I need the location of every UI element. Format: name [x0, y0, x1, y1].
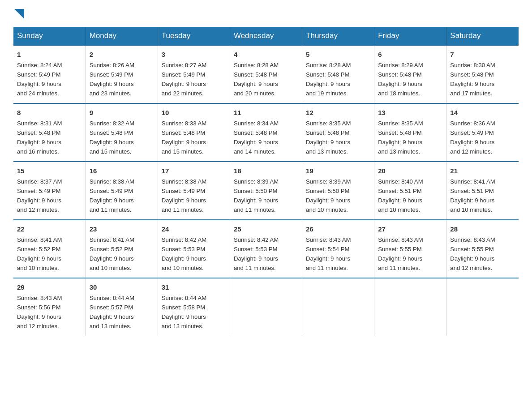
calendar-day-cell: 7 Sunrise: 8:30 AM Sunset: 5:48 PM Dayli…	[446, 45, 519, 103]
calendar-week-row: 1 Sunrise: 8:24 AM Sunset: 5:49 PM Dayli…	[13, 45, 519, 103]
day-sunset: Sunset: 5:55 PM	[450, 246, 494, 253]
day-daylight: Daylight: 9 hoursand 23 minutes.	[90, 81, 134, 97]
calendar-day-cell: 22 Sunrise: 8:41 AM Sunset: 5:52 PM Dayl…	[13, 220, 86, 278]
day-sunset: Sunset: 5:48 PM	[306, 71, 350, 78]
day-number: 16	[90, 166, 154, 176]
day-sunrise: Sunrise: 8:27 AM	[162, 62, 206, 68]
calendar-table: SundayMondayTuesdayWednesdayThursdayFrid…	[13, 27, 519, 336]
day-sunrise: Sunrise: 8:41 AM	[450, 178, 495, 185]
day-sunset: Sunset: 5:53 PM	[162, 246, 206, 253]
day-sunset: Sunset: 5:49 PM	[162, 71, 206, 78]
day-sunrise: Sunrise: 8:38 AM	[162, 178, 206, 185]
day-daylight: Daylight: 9 hoursand 20 minutes.	[234, 81, 278, 97]
day-sunset: Sunset: 5:48 PM	[162, 129, 206, 136]
day-sunrise: Sunrise: 8:43 AM	[450, 236, 495, 243]
day-number: 7	[450, 49, 515, 60]
day-sunset: Sunset: 5:55 PM	[378, 246, 422, 253]
page-header	[13, 9, 519, 19]
day-number: 11	[234, 107, 298, 118]
weekday-header-sunday: Sunday	[13, 27, 86, 45]
day-sunset: Sunset: 5:49 PM	[450, 129, 494, 136]
calendar-header-row: SundayMondayTuesdayWednesdayThursdayFrid…	[13, 27, 519, 45]
day-number: 5	[306, 49, 370, 60]
day-sunset: Sunset: 5:48 PM	[378, 71, 422, 78]
day-daylight: Daylight: 9 hoursand 10 minutes.	[378, 197, 422, 213]
day-sunrise: Sunrise: 8:42 AM	[234, 236, 279, 243]
day-sunset: Sunset: 5:56 PM	[17, 304, 61, 311]
day-sunrise: Sunrise: 8:36 AM	[450, 120, 495, 127]
calendar-day-cell: 24 Sunrise: 8:42 AM Sunset: 5:53 PM Dayl…	[158, 220, 230, 278]
day-daylight: Daylight: 9 hoursand 13 minutes.	[378, 139, 422, 155]
day-sunrise: Sunrise: 8:37 AM	[17, 178, 62, 185]
day-number: 17	[162, 166, 226, 176]
day-number: 30	[90, 282, 154, 292]
day-sunrise: Sunrise: 8:24 AM	[17, 62, 62, 68]
svg-marker-0	[14, 9, 24, 19]
day-number: 27	[378, 224, 442, 234]
day-sunrise: Sunrise: 8:41 AM	[17, 236, 62, 243]
day-sunrise: Sunrise: 8:39 AM	[306, 178, 351, 185]
calendar-day-cell: 13 Sunrise: 8:35 AM Sunset: 5:48 PM Dayl…	[374, 103, 446, 162]
calendar-day-cell: 26 Sunrise: 8:43 AM Sunset: 5:54 PM Dayl…	[302, 220, 374, 278]
day-sunset: Sunset: 5:51 PM	[378, 188, 422, 194]
day-number: 23	[90, 224, 154, 234]
weekday-header-wednesday: Wednesday	[230, 27, 302, 45]
day-sunrise: Sunrise: 8:35 AM	[378, 120, 423, 127]
day-daylight: Daylight: 9 hoursand 22 minutes.	[162, 81, 206, 97]
day-sunrise: Sunrise: 8:34 AM	[234, 120, 279, 127]
calendar-day-cell: 19 Sunrise: 8:39 AM Sunset: 5:50 PM Dayl…	[302, 162, 374, 220]
day-number: 20	[378, 166, 442, 176]
calendar-day-cell: 20 Sunrise: 8:40 AM Sunset: 5:51 PM Dayl…	[374, 162, 446, 220]
day-sunset: Sunset: 5:48 PM	[90, 129, 133, 136]
day-daylight: Daylight: 9 hoursand 11 minutes.	[90, 197, 134, 213]
day-sunrise: Sunrise: 8:43 AM	[378, 236, 423, 243]
day-daylight: Daylight: 9 hoursand 11 minutes.	[162, 197, 206, 213]
day-daylight: Daylight: 9 hoursand 10 minutes.	[90, 255, 134, 271]
day-daylight: Daylight: 9 hoursand 10 minutes.	[162, 255, 206, 271]
day-sunset: Sunset: 5:49 PM	[17, 188, 61, 194]
day-number: 26	[306, 224, 370, 234]
day-sunset: Sunset: 5:52 PM	[90, 246, 133, 253]
day-sunset: Sunset: 5:48 PM	[234, 129, 278, 136]
weekday-header-tuesday: Tuesday	[158, 27, 230, 45]
day-sunset: Sunset: 5:50 PM	[234, 188, 278, 194]
day-sunrise: Sunrise: 8:33 AM	[162, 120, 206, 127]
day-sunrise: Sunrise: 8:26 AM	[90, 62, 134, 68]
day-number: 29	[17, 282, 82, 292]
day-daylight: Daylight: 9 hoursand 18 minutes.	[378, 81, 422, 97]
day-sunset: Sunset: 5:58 PM	[162, 304, 206, 311]
weekday-header-saturday: Saturday	[446, 27, 519, 45]
calendar-day-cell	[230, 278, 302, 336]
day-number: 24	[162, 224, 226, 234]
calendar-day-cell: 10 Sunrise: 8:33 AM Sunset: 5:48 PM Dayl…	[158, 103, 230, 162]
day-number: 4	[234, 49, 298, 60]
calendar-day-cell	[374, 278, 446, 336]
day-sunrise: Sunrise: 8:32 AM	[90, 120, 134, 127]
day-daylight: Daylight: 9 hoursand 11 minutes.	[378, 255, 422, 271]
day-sunrise: Sunrise: 8:38 AM	[90, 178, 134, 185]
day-number: 25	[234, 224, 298, 234]
day-daylight: Daylight: 9 hoursand 12 minutes.	[17, 313, 61, 330]
day-sunset: Sunset: 5:50 PM	[306, 188, 350, 194]
calendar-day-cell: 6 Sunrise: 8:29 AM Sunset: 5:48 PM Dayli…	[374, 45, 446, 103]
day-number: 21	[450, 166, 515, 176]
day-sunrise: Sunrise: 8:44 AM	[162, 295, 206, 301]
day-sunrise: Sunrise: 8:44 AM	[90, 295, 134, 301]
day-sunrise: Sunrise: 8:31 AM	[17, 120, 62, 127]
calendar-day-cell: 25 Sunrise: 8:42 AM Sunset: 5:53 PM Dayl…	[230, 220, 302, 278]
day-sunset: Sunset: 5:49 PM	[17, 71, 61, 78]
day-number: 2	[90, 49, 154, 60]
calendar-day-cell: 9 Sunrise: 8:32 AM Sunset: 5:48 PM Dayli…	[86, 103, 158, 162]
calendar-day-cell: 28 Sunrise: 8:43 AM Sunset: 5:55 PM Dayl…	[446, 220, 519, 278]
calendar-day-cell	[302, 278, 374, 336]
day-number: 10	[162, 107, 226, 118]
day-number: 8	[17, 107, 82, 118]
day-number: 6	[378, 49, 442, 60]
day-sunrise: Sunrise: 8:39 AM	[234, 178, 279, 185]
day-daylight: Daylight: 9 hoursand 13 minutes.	[162, 313, 206, 330]
calendar-week-row: 29 Sunrise: 8:43 AM Sunset: 5:56 PM Dayl…	[13, 278, 519, 336]
day-sunrise: Sunrise: 8:35 AM	[306, 120, 351, 127]
day-daylight: Daylight: 9 hoursand 10 minutes.	[450, 197, 494, 213]
day-number: 13	[378, 107, 442, 118]
calendar-day-cell: 2 Sunrise: 8:26 AM Sunset: 5:49 PM Dayli…	[86, 45, 158, 103]
